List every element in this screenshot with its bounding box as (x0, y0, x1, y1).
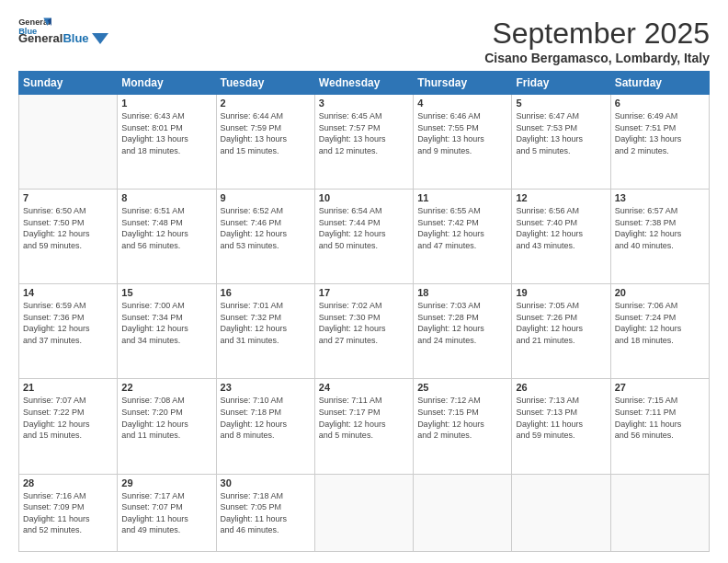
table-row: 7Sunrise: 6:50 AM Sunset: 7:50 PM Daylig… (19, 190, 118, 284)
day-info: Sunrise: 6:52 AM Sunset: 7:46 PM Dayligh… (221, 205, 311, 251)
day-number: 23 (221, 382, 311, 393)
day-info: Sunrise: 6:43 AM Sunset: 8:01 PM Dayligh… (121, 110, 211, 156)
day-number: 15 (121, 287, 211, 298)
day-info: Sunrise: 6:56 AM Sunset: 7:40 PM Dayligh… (516, 205, 606, 251)
calendar-table: Sunday Monday Tuesday Wednesday Thursday… (18, 71, 710, 552)
day-number: 19 (516, 287, 606, 298)
day-info: Sunrise: 6:46 AM Sunset: 7:55 PM Dayligh… (417, 110, 507, 156)
day-number: 25 (417, 382, 507, 393)
day-number: 8 (121, 192, 211, 203)
logo: General Blue General Blue (18, 17, 108, 48)
col-monday: Monday (118, 72, 216, 95)
table-row (512, 474, 610, 551)
day-number: 30 (221, 477, 311, 488)
table-row: 13Sunrise: 6:57 AM Sunset: 7:38 PM Dayli… (610, 190, 709, 284)
day-info: Sunrise: 7:06 AM Sunset: 7:24 PM Dayligh… (615, 300, 705, 346)
table-row: 11Sunrise: 6:55 AM Sunset: 7:42 PM Dayli… (414, 190, 512, 284)
table-row: 15Sunrise: 7:00 AM Sunset: 7:34 PM Dayli… (118, 284, 216, 379)
day-number: 27 (615, 382, 705, 393)
table-row: 9Sunrise: 6:52 AM Sunset: 7:46 PM Daylig… (216, 190, 314, 284)
day-number: 26 (516, 382, 606, 393)
day-number: 22 (121, 382, 211, 393)
table-row: 3Sunrise: 6:45 AM Sunset: 7:57 PM Daylig… (314, 95, 413, 190)
svg-marker-4 (92, 33, 108, 44)
table-row: 21Sunrise: 7:07 AM Sunset: 7:22 PM Dayli… (19, 379, 118, 474)
day-number: 7 (23, 192, 113, 203)
day-info: Sunrise: 6:51 AM Sunset: 7:48 PM Dayligh… (121, 205, 211, 251)
day-info: Sunrise: 7:02 AM Sunset: 7:30 PM Dayligh… (319, 300, 409, 346)
table-row: 30Sunrise: 7:18 AM Sunset: 7:05 PM Dayli… (216, 474, 314, 551)
day-number: 1 (121, 98, 211, 109)
day-info: Sunrise: 6:44 AM Sunset: 7:59 PM Dayligh… (221, 110, 311, 156)
day-info: Sunrise: 7:08 AM Sunset: 7:20 PM Dayligh… (121, 395, 211, 441)
day-info: Sunrise: 7:18 AM Sunset: 7:05 PM Dayligh… (221, 490, 311, 536)
day-number: 29 (121, 477, 211, 488)
table-row: 28Sunrise: 7:16 AM Sunset: 7:09 PM Dayli… (19, 474, 118, 551)
col-tuesday: Tuesday (216, 72, 314, 95)
table-row: 19Sunrise: 7:05 AM Sunset: 7:26 PM Dayli… (512, 284, 610, 379)
day-info: Sunrise: 6:57 AM Sunset: 7:38 PM Dayligh… (615, 205, 705, 251)
table-row: 26Sunrise: 7:13 AM Sunset: 7:13 PM Dayli… (512, 379, 610, 474)
table-row: 27Sunrise: 7:15 AM Sunset: 7:11 PM Dayli… (610, 379, 709, 474)
day-number: 3 (319, 98, 409, 109)
table-row: 1Sunrise: 6:43 AM Sunset: 8:01 PM Daylig… (118, 95, 216, 190)
day-info: Sunrise: 7:16 AM Sunset: 7:09 PM Dayligh… (23, 490, 113, 536)
table-row (19, 95, 118, 190)
table-row: 8Sunrise: 6:51 AM Sunset: 7:48 PM Daylig… (118, 190, 216, 284)
day-info: Sunrise: 7:10 AM Sunset: 7:18 PM Dayligh… (221, 395, 311, 441)
table-row: 18Sunrise: 7:03 AM Sunset: 7:28 PM Dayli… (414, 284, 512, 379)
day-info: Sunrise: 6:59 AM Sunset: 7:36 PM Dayligh… (23, 300, 113, 346)
day-info: Sunrise: 7:17 AM Sunset: 7:07 PM Dayligh… (121, 490, 211, 536)
logo-text-blue: Blue (63, 31, 88, 48)
calendar-header-row: Sunday Monday Tuesday Wednesday Thursday… (19, 72, 710, 95)
day-info: Sunrise: 6:54 AM Sunset: 7:44 PM Dayligh… (319, 205, 409, 251)
table-row: 5Sunrise: 6:47 AM Sunset: 7:53 PM Daylig… (512, 95, 610, 190)
table-row: 4Sunrise: 6:46 AM Sunset: 7:55 PM Daylig… (414, 95, 512, 190)
day-info: Sunrise: 7:03 AM Sunset: 7:28 PM Dayligh… (417, 300, 507, 346)
day-number: 14 (23, 287, 113, 298)
table-row (610, 474, 709, 551)
day-number: 6 (615, 98, 705, 109)
day-info: Sunrise: 7:07 AM Sunset: 7:22 PM Dayligh… (23, 395, 113, 441)
day-info: Sunrise: 7:12 AM Sunset: 7:15 PM Dayligh… (417, 395, 507, 441)
day-number: 16 (221, 287, 311, 298)
table-row (314, 474, 413, 551)
table-row: 2Sunrise: 6:44 AM Sunset: 7:59 PM Daylig… (216, 95, 314, 190)
day-info: Sunrise: 7:01 AM Sunset: 7:32 PM Dayligh… (221, 300, 311, 346)
day-number: 17 (319, 287, 409, 298)
table-row: 23Sunrise: 7:10 AM Sunset: 7:18 PM Dayli… (216, 379, 314, 474)
day-info: Sunrise: 6:45 AM Sunset: 7:57 PM Dayligh… (319, 110, 409, 156)
table-row: 20Sunrise: 7:06 AM Sunset: 7:24 PM Dayli… (610, 284, 709, 379)
day-info: Sunrise: 6:55 AM Sunset: 7:42 PM Dayligh… (417, 205, 507, 251)
day-number: 10 (319, 192, 409, 203)
day-number: 5 (516, 98, 606, 109)
col-sunday: Sunday (19, 72, 118, 95)
day-number: 11 (417, 192, 507, 203)
day-number: 2 (221, 98, 311, 109)
day-info: Sunrise: 6:50 AM Sunset: 7:50 PM Dayligh… (23, 205, 113, 251)
col-wednesday: Wednesday (314, 72, 413, 95)
title-area: September 2025 Cisano Bergamasco, Lombar… (484, 17, 710, 65)
table-row (414, 474, 512, 551)
location: Cisano Bergamasco, Lombardy, Italy (484, 51, 710, 65)
day-number: 13 (615, 192, 705, 203)
table-row: 6Sunrise: 6:49 AM Sunset: 7:51 PM Daylig… (610, 95, 709, 190)
table-row: 25Sunrise: 7:12 AM Sunset: 7:15 PM Dayli… (414, 379, 512, 474)
day-info: Sunrise: 7:05 AM Sunset: 7:26 PM Dayligh… (516, 300, 606, 346)
day-number: 4 (417, 98, 507, 109)
day-number: 24 (319, 382, 409, 393)
day-number: 18 (417, 287, 507, 298)
day-info: Sunrise: 6:49 AM Sunset: 7:51 PM Dayligh… (615, 110, 705, 156)
table-row: 29Sunrise: 7:17 AM Sunset: 7:07 PM Dayli… (118, 474, 216, 551)
col-saturday: Saturday (610, 72, 709, 95)
table-row: 16Sunrise: 7:01 AM Sunset: 7:32 PM Dayli… (216, 284, 314, 379)
table-row: 14Sunrise: 6:59 AM Sunset: 7:36 PM Dayli… (19, 284, 118, 379)
day-number: 28 (23, 477, 113, 488)
table-row: 24Sunrise: 7:11 AM Sunset: 7:17 PM Dayli… (314, 379, 413, 474)
table-row: 17Sunrise: 7:02 AM Sunset: 7:30 PM Dayli… (314, 284, 413, 379)
table-row: 22Sunrise: 7:08 AM Sunset: 7:20 PM Dayli… (118, 379, 216, 474)
day-number: 9 (221, 192, 311, 203)
table-row: 10Sunrise: 6:54 AM Sunset: 7:44 PM Dayli… (314, 190, 413, 284)
month-title: September 2025 (484, 17, 710, 51)
table-row: 12Sunrise: 6:56 AM Sunset: 7:40 PM Dayli… (512, 190, 610, 284)
